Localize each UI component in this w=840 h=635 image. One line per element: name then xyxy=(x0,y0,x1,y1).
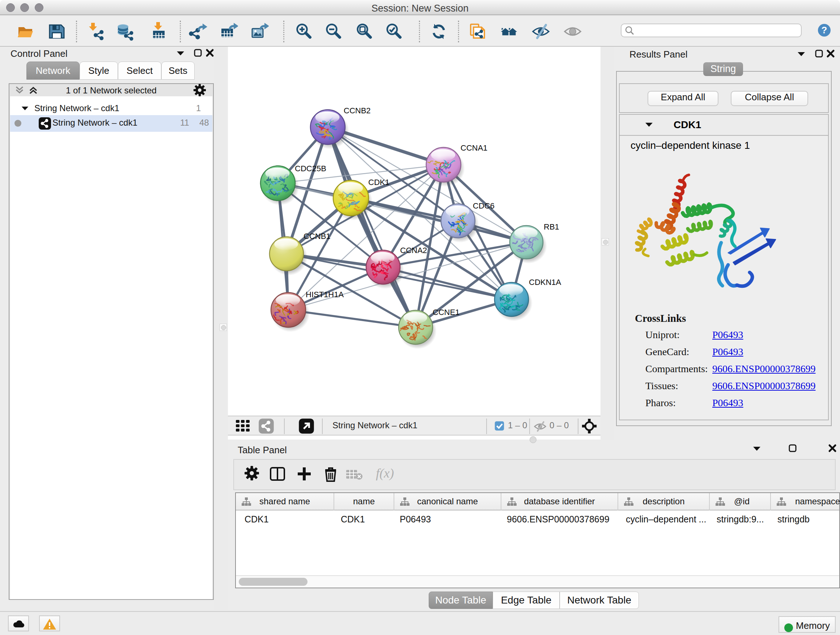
svg-text:HIST1H1A: HIST1H1A xyxy=(306,290,344,299)
svg-text:CCNB2: CCNB2 xyxy=(344,106,371,115)
svg-text:CDKN1A: CDKN1A xyxy=(529,278,561,287)
svg-text:CDC25B: CDC25B xyxy=(295,164,326,173)
svg-text:CCNA2: CCNA2 xyxy=(400,246,427,255)
svg-text:RB1: RB1 xyxy=(544,222,559,231)
svg-text:CDC6: CDC6 xyxy=(473,201,494,211)
svg-text:CDK1: CDK1 xyxy=(368,178,390,187)
svg-text:CCNE1: CCNE1 xyxy=(433,308,460,317)
svg-text:CCNA1: CCNA1 xyxy=(461,143,488,152)
svg-text:CCNB1: CCNB1 xyxy=(303,232,331,241)
